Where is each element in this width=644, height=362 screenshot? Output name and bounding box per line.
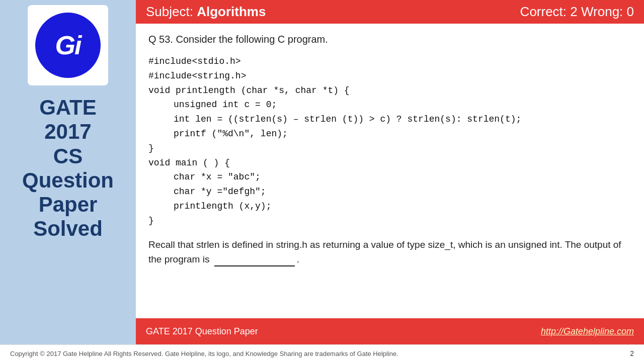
logo-icon: Gi	[55, 30, 81, 60]
logo-circle: Gi	[35, 13, 101, 78]
page-number: 2	[630, 349, 634, 357]
footer-link[interactable]: http://Gatehelpline.com	[541, 326, 644, 337]
code-line-1: #include<stdio.h>	[148, 54, 631, 69]
code-line-4: unsigned int c = 0;	[148, 98, 631, 112]
header-bar: Subject: Algorithms Correct: 2 Wrong: 0	[136, 0, 644, 24]
code-line-10: char *y ="defgh";	[148, 185, 631, 199]
question-intro: Q 53. Consider the following C program.	[148, 34, 631, 45]
sidebar-title: GATE 2017 CS Question Paper Solved	[17, 96, 119, 241]
code-block: #include<stdio.h> #include<string.h> voi…	[148, 54, 631, 228]
question-recall: Recall that strlen is defined in string.…	[148, 237, 631, 267]
code-line-8: void main ( ) {	[148, 156, 631, 170]
code-line-11: printlength (x,y);	[148, 199, 631, 214]
question-body: Q 53. Consider the following C program. …	[136, 24, 644, 318]
answer-blank	[214, 265, 295, 266]
code-line-6: printf ("%d\n", len);	[148, 127, 631, 141]
footer-bar: GATE 2017 Question Paper http://Gatehelp…	[136, 318, 644, 344]
code-line-12: }	[148, 214, 631, 228]
copyright-bar: Copyright © 2017 Gate Helpline All Right…	[0, 344, 644, 362]
content-area: Subject: Algorithms Correct: 2 Wrong: 0 …	[136, 0, 644, 344]
sidebar: Gi GATE 2017 CS Question Paper Solved	[0, 0, 136, 344]
footer-title: GATE 2017 Question Paper	[136, 326, 541, 337]
code-line-9: char *x = "abc";	[148, 170, 631, 185]
copyright-text: Copyright © 2017 Gate Helpline All Right…	[10, 350, 398, 357]
code-line-5: int len = ((strlen(s) – strlen (t)) > c)…	[148, 112, 631, 127]
code-line-3: void printlength (char *s, char *t) {	[148, 83, 631, 98]
header-score: Correct: 2 Wrong: 0	[520, 4, 634, 20]
code-line-7: }	[148, 141, 631, 156]
header-subject: Subject: Algorithms	[146, 4, 266, 20]
subject-value: Algorithms	[197, 4, 266, 19]
logo-box: Gi	[28, 5, 108, 85]
code-line-2: #include<string.h>	[148, 69, 631, 83]
